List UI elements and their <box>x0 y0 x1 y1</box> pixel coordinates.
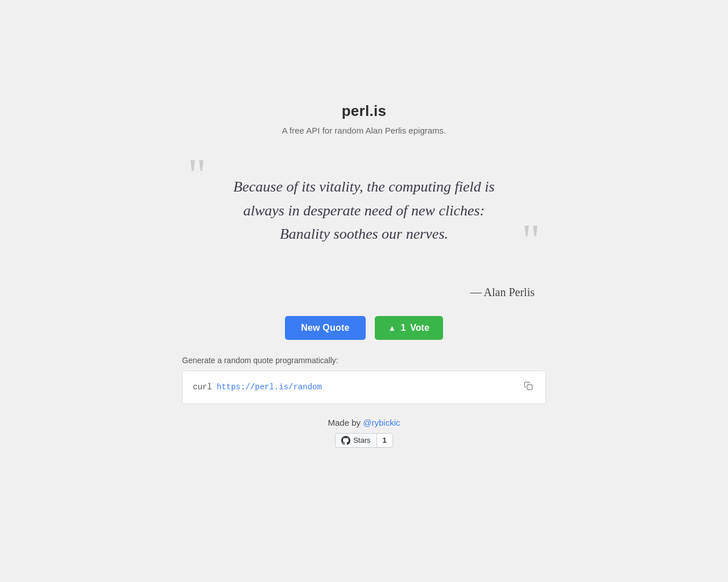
svg-rect-0 <box>527 385 532 390</box>
github-icon <box>341 436 350 445</box>
open-quote-mark: " <box>188 152 206 198</box>
curl-keyword: curl <box>193 383 212 392</box>
vote-arrow-icon: ▲ <box>388 323 396 332</box>
made-by-text: Made by @rybickic <box>328 418 400 427</box>
copy-icon[interactable] <box>522 379 535 396</box>
stars-label: Stars <box>353 436 370 444</box>
site-title: perl.is <box>342 102 387 120</box>
api-command: curl https://perl.is/random <box>193 383 322 392</box>
api-url: https://perl.is/random <box>217 383 322 392</box>
made-by-prefix: Made by <box>328 418 361 427</box>
vote-button[interactable]: ▲ 1 Vote <box>375 316 443 340</box>
main-container: perl.is A free API for random Alan Perli… <box>182 102 546 448</box>
close-quote-mark: " <box>522 218 540 263</box>
quote-author: — Alan Perlis <box>182 286 546 299</box>
author-link[interactable]: @rybickic <box>363 418 400 427</box>
api-label: Generate a random quote programmatically… <box>182 356 546 365</box>
site-subtitle: A free API for random Alan Perlis epigra… <box>282 126 446 135</box>
github-stars-widget[interactable]: Stars 1 <box>335 433 393 448</box>
quote-block: " Because of its vitality, the computing… <box>182 158 546 269</box>
vote-label: Vote <box>410 323 429 333</box>
vote-count: 1 <box>400 323 406 333</box>
new-quote-button[interactable]: New Quote <box>285 316 365 340</box>
github-stars-label: Stars <box>336 434 377 447</box>
stars-count: 1 <box>377 434 392 447</box>
action-buttons: New Quote ▲ 1 Vote <box>285 316 443 340</box>
api-section: Generate a random quote programmatically… <box>182 356 546 404</box>
quote-text: Because of its vitality, the computing f… <box>199 164 529 257</box>
api-command-box: curl https://perl.is/random <box>182 371 546 404</box>
